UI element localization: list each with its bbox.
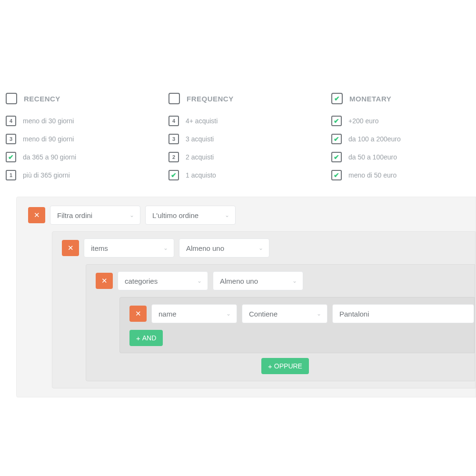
select-value: Filtra ordini — [57, 211, 92, 219]
rfm-item: 4 meno di 30 giorni — [6, 116, 145, 126]
rfm-item-label: da 365 a 90 giorni — [23, 153, 76, 161]
rfm-item-label: 3 acquisti — [186, 135, 214, 143]
chevron-down-icon: ⌄ — [129, 212, 134, 218]
rfm-item: ✔ da 100 a 200euro — [331, 134, 470, 144]
scope-select[interactable]: Almeno uno ⌄ — [179, 238, 269, 258]
chevron-down-icon: ⌄ — [292, 278, 297, 284]
rfm-item-label: meno di 50 euro — [348, 171, 397, 179]
rfm-item: ✔ 1 acquisto — [169, 170, 307, 180]
rfm-item: 4 4+ acquisti — [169, 116, 307, 126]
rfm-item-badge[interactable]: 3 — [6, 134, 16, 144]
remove-button[interactable]: ✕ — [96, 273, 113, 289]
rfm-item-badge[interactable]: 3 — [169, 134, 179, 144]
field-select[interactable]: name ⌄ — [151, 304, 237, 323]
rfm-item: 3 3 acquisti — [169, 134, 307, 144]
rfm-item-checkbox[interactable]: ✔ — [331, 134, 342, 144]
rfm-item: ✔ meno di 50 euro — [331, 170, 470, 180]
rfm-col-frequency: FREQUENCY 4 4+ acquisti 3 3 acquisti 2 2… — [169, 93, 307, 188]
chevron-down-icon: ⌄ — [258, 245, 263, 251]
rfm-item-badge[interactable]: 4 — [169, 116, 179, 126]
select-value: name — [159, 310, 177, 318]
close-icon: ✕ — [135, 309, 141, 318]
input-value: Pantaloni — [339, 310, 369, 318]
chevron-down-icon: ⌄ — [197, 278, 202, 284]
nested-group: ✕ items ⌄ Almeno uno ⌄ ✕ categories ⌄ Al… — [52, 231, 476, 388]
select-value: Almeno uno — [186, 244, 224, 252]
rfm-item: 1 più di 365 giorni — [6, 170, 145, 180]
plus-icon: + — [268, 362, 272, 370]
rfm-item-checkbox[interactable]: ✔ — [331, 170, 342, 180]
monetary-title: MONETARY — [349, 95, 391, 103]
rfm-item: 3 meno di 90 giorni — [6, 134, 145, 144]
filter-builder: ✕ Filtra ordini ⌄ L'ultimo ordine ⌄ ✕ it… — [16, 197, 476, 397]
check-icon: ✔ — [334, 136, 339, 142]
rfm-col-recency: RECENCY 4 meno di 30 giorni 3 meno di 90… — [6, 93, 145, 188]
plus-icon: + — [136, 334, 140, 342]
rfm-item-checkbox[interactable]: ✔ — [331, 152, 342, 162]
rfm-item: 2 2 acquisti — [169, 152, 307, 162]
rfm-item: ✔ da 365 a 90 giorni — [6, 152, 145, 162]
chevron-down-icon: ⌄ — [317, 310, 321, 317]
field-select[interactable]: items ⌄ — [84, 238, 174, 258]
field-select[interactable]: Filtra ordini ⌄ — [50, 206, 140, 225]
check-icon: ✔ — [334, 154, 339, 160]
frequency-checkbox[interactable] — [169, 93, 180, 104]
select-value: Contiene — [249, 310, 278, 318]
check-icon: ✔ — [334, 172, 339, 178]
rfm-item-badge[interactable]: 4 — [6, 116, 16, 126]
close-icon: ✕ — [34, 211, 40, 219]
nested-group: ✕ categories ⌄ Almeno uno ⌄ ✕ name ⌄ — [86, 264, 475, 381]
close-icon: ✕ — [101, 277, 108, 285]
select-value: items — [91, 244, 108, 252]
rfm-item: ✔ da 50 a 100euro — [331, 152, 470, 162]
chevron-down-icon: ⌄ — [225, 212, 229, 218]
select-value: categories — [125, 277, 158, 285]
button-label: AND — [142, 334, 157, 342]
rfm-item-badge[interactable]: 2 — [169, 152, 179, 162]
rfm-item-label: 4+ acquisti — [186, 117, 218, 125]
close-icon: ✕ — [68, 244, 74, 252]
add-and-button[interactable]: + AND — [129, 330, 163, 346]
rfm-col-monetary: ✔ MONETARY ✔ +200 euro ✔ da 100 a 200eur… — [331, 93, 470, 188]
field-select[interactable]: categories ⌄ — [118, 271, 208, 290]
check-icon: ✔ — [8, 154, 14, 160]
chevron-down-icon: ⌄ — [163, 245, 168, 251]
rfm-item-label: meno di 30 giorni — [23, 117, 74, 125]
rfm-item-checkbox[interactable]: ✔ — [169, 170, 179, 180]
remove-button[interactable]: ✕ — [129, 306, 147, 322]
check-icon: ✔ — [171, 172, 177, 178]
button-label: OPPURE — [274, 362, 302, 370]
rfm-item-label: 1 acquisto — [186, 171, 216, 179]
rfm-item-label: da 100 a 200euro — [348, 135, 401, 143]
rfm-item: ✔ +200 euro — [331, 116, 470, 126]
rfm-item-checkbox[interactable]: ✔ — [331, 116, 342, 126]
add-or-button[interactable]: + OPPURE — [261, 358, 309, 374]
nested-group: ✕ name ⌄ Contiene ⌄ Pantaloni + — [119, 297, 475, 353]
operator-select[interactable]: Contiene ⌄ — [242, 304, 327, 323]
rfm-item-label: più di 365 giorni — [23, 171, 70, 179]
remove-button[interactable]: ✕ — [28, 207, 45, 223]
monetary-checkbox[interactable]: ✔ — [331, 93, 343, 104]
rfm-section: RECENCY 4 meno di 30 giorni 3 meno di 90… — [0, 0, 476, 188]
rfm-item-label: 2 acquisti — [186, 153, 214, 161]
select-value: Almeno uno — [220, 277, 258, 285]
rfm-item-label: da 50 a 100euro — [348, 153, 397, 161]
value-input[interactable]: Pantaloni — [332, 304, 474, 323]
chevron-down-icon: ⌄ — [226, 310, 231, 317]
rfm-item-label: +200 euro — [348, 117, 378, 125]
check-icon: ✔ — [334, 95, 340, 102]
recency-checkbox[interactable] — [6, 93, 17, 104]
check-icon: ✔ — [334, 118, 339, 124]
rfm-item-label: meno di 90 giorni — [23, 135, 74, 143]
scope-select[interactable]: Almeno uno ⌄ — [213, 271, 303, 290]
recency-title: RECENCY — [24, 95, 60, 103]
select-value: L'ultimo ordine — [152, 211, 198, 219]
rfm-item-checkbox[interactable]: ✔ — [6, 152, 16, 162]
scope-select[interactable]: L'ultimo ordine ⌄ — [145, 206, 236, 225]
frequency-title: FREQUENCY — [187, 95, 234, 103]
remove-button[interactable]: ✕ — [62, 240, 79, 256]
rfm-item-badge[interactable]: 1 — [6, 170, 16, 180]
